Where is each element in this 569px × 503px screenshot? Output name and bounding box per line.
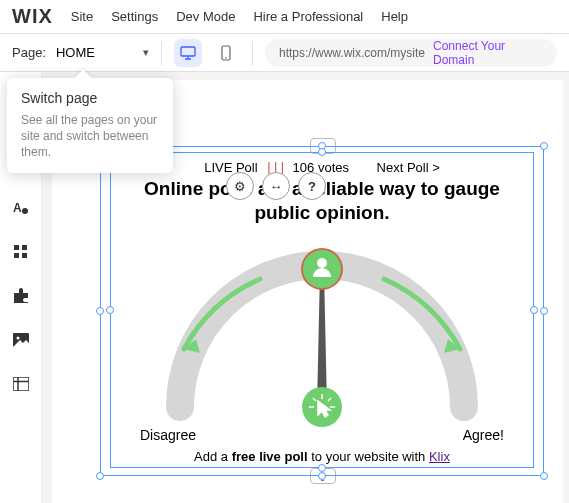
menu-help[interactable]: Help [381, 9, 408, 24]
rail-theme-icon[interactable]: A [11, 198, 31, 218]
mobile-icon [221, 45, 231, 61]
svg-point-13 [16, 337, 19, 340]
help-button[interactable]: ? [298, 172, 326, 200]
svg-text:A: A [13, 201, 22, 215]
svg-rect-10 [14, 253, 19, 258]
separator [252, 41, 253, 65]
chevron-down-icon: ▾ [143, 46, 149, 59]
next-poll-link[interactable]: Next Poll > [377, 160, 440, 175]
menu-settings[interactable]: Settings [111, 9, 158, 24]
svg-rect-9 [22, 245, 27, 250]
desktop-icon [180, 46, 196, 60]
rail-addons-icon[interactable] [11, 286, 31, 306]
help-icon: ? [308, 179, 316, 194]
current-page-name: HOME [56, 45, 95, 60]
rail-apps-icon[interactable] [11, 242, 31, 262]
svg-rect-0 [181, 47, 195, 56]
svg-rect-14 [13, 377, 29, 391]
klix-link[interactable]: Klix [429, 449, 450, 464]
resize-handle[interactable] [540, 307, 548, 315]
resize-handle[interactable] [318, 148, 326, 156]
resize-handle[interactable] [318, 472, 326, 480]
stretch-icon: ↔ [270, 179, 283, 194]
poll-cta: Add a free live poll to your website wit… [110, 449, 534, 464]
desktop-view-button[interactable] [174, 39, 202, 67]
svg-point-20 [317, 258, 327, 268]
menu-hire[interactable]: Hire a Professional [253, 9, 363, 24]
gauge[interactable] [110, 231, 534, 431]
resize-handle[interactable] [96, 472, 104, 480]
gear-icon: ⚙ [234, 179, 246, 194]
svg-rect-8 [14, 245, 19, 250]
svg-point-2 [225, 57, 227, 59]
element-toolbar: ⚙ ↔ ? [226, 172, 326, 200]
top-menu-bar: WIX Site Settings Dev Mode Hire a Profes… [0, 0, 569, 34]
svg-point-7 [22, 208, 28, 214]
tooltip-title: Switch page [21, 90, 159, 106]
tooltip-body: See all the pages on your site and switc… [21, 112, 159, 161]
resize-handle[interactable] [540, 472, 548, 480]
stretch-button[interactable]: ↔ [262, 172, 290, 200]
mobile-view-button[interactable] [212, 39, 240, 67]
menu-devmode[interactable]: Dev Mode [176, 9, 235, 24]
page-bar: Page: HOME ▾ https://www.wix.com/mysite … [0, 34, 569, 72]
brand-logo: WIX [12, 5, 53, 28]
settings-button[interactable]: ⚙ [226, 172, 254, 200]
page-dropdown[interactable]: HOME ▾ [56, 45, 149, 60]
separator [161, 41, 162, 65]
menu-site[interactable]: Site [71, 9, 93, 24]
url-box[interactable]: https://www.wix.com/mysite Connect Your … [265, 39, 557, 67]
rail-data-icon[interactable] [11, 374, 31, 394]
svg-rect-11 [22, 253, 27, 258]
poll-widget: LIVE Poll ||| 106 votes Next Poll > Onli… [110, 156, 534, 466]
rail-media-icon[interactable] [11, 330, 31, 350]
resize-handle[interactable] [96, 307, 104, 315]
switch-page-tooltip: Switch page See all the pages on your si… [7, 78, 173, 173]
connect-domain-link[interactable]: Connect Your Domain [433, 39, 543, 67]
page-label: Page: [12, 45, 46, 60]
gauge-needle [317, 271, 327, 407]
resize-handle[interactable] [540, 142, 548, 150]
site-url: https://www.wix.com/mysite [279, 46, 425, 60]
